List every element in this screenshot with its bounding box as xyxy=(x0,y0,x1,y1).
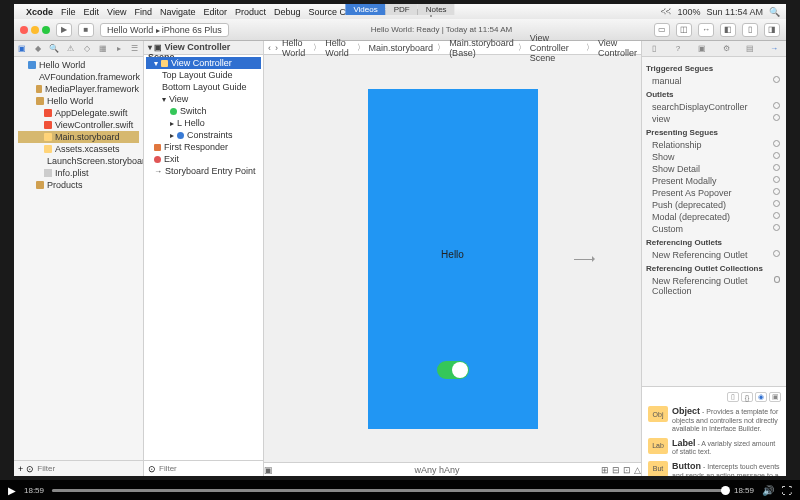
volume-icon[interactable]: 🔊 xyxy=(762,485,774,496)
find-navigator-tab[interactable]: 🔍 xyxy=(46,41,62,56)
outline-item[interactable]: → Storyboard Entry Point xyxy=(146,165,261,177)
issue-navigator-tab[interactable]: ⚠ xyxy=(62,41,78,56)
object-library-tab[interactable]: ◉ xyxy=(755,392,767,402)
quick-help-tab[interactable]: ? xyxy=(666,41,690,56)
inspector-property[interactable]: Modal (deprecated) xyxy=(646,211,782,223)
library-item[interactable]: ButButton - Intercepts touch events and … xyxy=(645,459,783,476)
project-navigator-tab[interactable]: ▣ xyxy=(14,41,30,56)
nav-folder[interactable]: Products xyxy=(18,179,139,191)
nav-item[interactable]: MediaPlayer.framework xyxy=(18,83,139,95)
tab-videos[interactable]: Videos xyxy=(345,4,385,15)
run-button[interactable]: ▶ xyxy=(56,23,72,37)
wifi-icon[interactable]: ⧼⧼ xyxy=(661,7,671,17)
close-button[interactable] xyxy=(20,26,28,34)
file-inspector-tab[interactable]: ▯ xyxy=(642,41,666,56)
menu-edit[interactable]: Edit xyxy=(84,7,100,17)
outline-item[interactable]: Bottom Layout Guide xyxy=(146,81,261,93)
toggle-navigator[interactable]: ◧ xyxy=(720,23,736,37)
connections-inspector-tab[interactable]: → xyxy=(762,41,786,56)
outline-toggle-icon[interactable]: ▣ xyxy=(264,465,273,475)
zoom-button[interactable] xyxy=(42,26,50,34)
inspector-property[interactable]: New Referencing Outlet xyxy=(646,249,782,261)
jump-bar[interactable]: ‹ › Hello World〉 Hello World〉 Main.story… xyxy=(264,41,641,55)
outline-item[interactable]: Top Layout Guide xyxy=(146,69,261,81)
nav-folder[interactable]: Hello World xyxy=(18,95,139,107)
breakpoint-navigator-tab[interactable]: ▸ xyxy=(111,41,127,56)
inspector-property[interactable]: view xyxy=(646,113,782,125)
nav-item-selected[interactable]: Main.storyboard xyxy=(18,131,139,143)
outline-item[interactable]: First Responder xyxy=(146,141,261,153)
outline-item[interactable]: ▸ L Hello xyxy=(146,117,261,129)
size-inspector-tab[interactable]: ▤ xyxy=(738,41,762,56)
canvas-stage[interactable]: Hello xyxy=(264,55,641,462)
filter-input[interactable] xyxy=(37,464,142,473)
size-class-bar[interactable]: ▣ wAny hAny ⊞ ⊟ ⊡ △ xyxy=(264,462,641,476)
inspector-property[interactable]: New Referencing Outlet Collection xyxy=(646,275,782,297)
switch-control[interactable] xyxy=(437,361,469,379)
toggle-inspector[interactable]: ◨ xyxy=(764,23,780,37)
library-item[interactable]: LabLabel - A variably sized amount of st… xyxy=(645,436,783,459)
nav-item[interactable]: LaunchScreen.storyboard xyxy=(18,155,139,167)
project-root[interactable]: Hello World xyxy=(18,59,139,71)
resolve-icon[interactable]: △ xyxy=(634,465,641,475)
app-menu[interactable]: Xcode xyxy=(26,7,53,17)
nav-item[interactable]: Assets.xcassets xyxy=(18,143,139,155)
nav-item[interactable]: Info.plist xyxy=(18,167,139,179)
report-navigator-tab[interactable]: ☰ xyxy=(127,41,143,56)
back-icon[interactable]: ‹ xyxy=(268,43,271,53)
editor-mode-standard[interactable]: ▭ xyxy=(654,23,670,37)
debug-navigator-tab[interactable]: ▦ xyxy=(95,41,111,56)
add-icon[interactable]: + xyxy=(18,464,23,474)
inspector-property[interactable]: manual xyxy=(646,75,782,87)
inspector-property[interactable]: Relationship xyxy=(646,139,782,151)
pin-icon[interactable]: ⊡ xyxy=(623,465,631,475)
constraint-icon[interactable]: ⊞ xyxy=(601,465,609,475)
stop-button[interactable]: ■ xyxy=(78,23,94,37)
nav-item[interactable]: AppDelegate.swift xyxy=(18,107,139,119)
menu-product[interactable]: Product xyxy=(235,7,266,17)
toggle-debug[interactable]: ▯ xyxy=(742,23,758,37)
inspector-property[interactable]: Custom xyxy=(646,223,782,235)
fullscreen-icon[interactable]: ⛶ xyxy=(782,485,792,496)
menu-editor[interactable]: Editor xyxy=(203,7,227,17)
menu-file[interactable]: File xyxy=(61,7,76,17)
progress-track[interactable] xyxy=(52,489,726,492)
outline-item[interactable]: Switch xyxy=(146,105,261,117)
attributes-inspector-tab[interactable]: ⚙ xyxy=(714,41,738,56)
search-icon[interactable]: 🔍 xyxy=(769,7,780,17)
editor-mode-assistant[interactable]: ◫ xyxy=(676,23,692,37)
editor-mode-version[interactable]: ↔ xyxy=(698,23,714,37)
menu-view[interactable]: View xyxy=(107,7,126,17)
clock[interactable]: Sun 11:54 AM xyxy=(706,7,763,17)
tab-notes[interactable]: Notes xyxy=(418,4,455,15)
hello-label[interactable]: Hello xyxy=(368,249,538,260)
outline-item[interactable]: Exit xyxy=(146,153,261,165)
media-library-tab[interactable]: ▣ xyxy=(769,392,781,402)
outline-item[interactable]: ▸ Constraints xyxy=(146,129,261,141)
menu-find[interactable]: Find xyxy=(134,7,152,17)
code-snippet-tab[interactable]: {} xyxy=(741,392,753,402)
symbol-navigator-tab[interactable]: ◆ xyxy=(30,41,46,56)
inspector-property[interactable]: Show Detail xyxy=(646,163,782,175)
inspector-property[interactable]: Push (deprecated) xyxy=(646,199,782,211)
outline-item-selected[interactable]: ▾ View Controller xyxy=(146,57,261,69)
view-controller-canvas[interactable]: Hello xyxy=(368,89,538,429)
outline-item[interactable]: ▾ View xyxy=(146,93,261,105)
play-button[interactable]: ▶ xyxy=(8,485,16,496)
menu-navigate[interactable]: Navigate xyxy=(160,7,196,17)
outline-filter-input[interactable] xyxy=(159,464,264,473)
menu-debug[interactable]: Debug xyxy=(274,7,301,17)
inspector-property[interactable]: Present Modally xyxy=(646,175,782,187)
align-icon[interactable]: ⊟ xyxy=(612,465,620,475)
inspector-property[interactable]: Present As Popover xyxy=(646,187,782,199)
identity-inspector-tab[interactable]: ▣ xyxy=(690,41,714,56)
tab-pdf[interactable]: PDF xyxy=(386,4,418,15)
library-item[interactable]: ObjObject - Provides a template for obje… xyxy=(645,404,783,436)
nav-item[interactable]: ViewController.swift xyxy=(18,119,139,131)
inspector-property[interactable]: searchDisplayController xyxy=(646,101,782,113)
scheme-selector[interactable]: Hello World ▸ iPhone 6s Plus xyxy=(100,23,229,37)
nav-item[interactable]: AVFoundation.framework xyxy=(18,71,139,83)
inspector-property[interactable]: Show xyxy=(646,151,782,163)
minimize-button[interactable] xyxy=(31,26,39,34)
file-template-tab[interactable]: ▯ xyxy=(727,392,739,402)
